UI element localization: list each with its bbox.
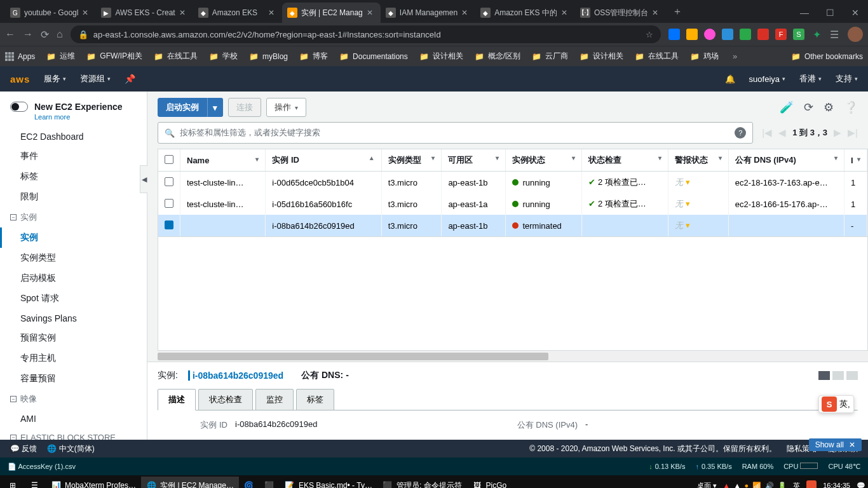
star-icon[interactable]: ☆ [646,30,653,39]
new-experience-toggle[interactable]: New EC2 Experience [0,99,147,113]
region-menu[interactable]: 香港▾ [799,73,822,85]
column-header[interactable]: 实例 ID▲ [266,149,381,172]
reading-list-icon[interactable]: ☰ [829,29,840,40]
sidebar-item[interactable]: EC2 Dashboard [0,127,147,146]
sidebar-item[interactable]: 专用主机 [0,348,147,369]
sidebar-item[interactable]: 预留实例 [0,328,147,348]
language-selector[interactable]: 🌐 中文(简体) [47,444,94,454]
bookmark-folder[interactable]: 📁鸡场 [690,51,719,62]
taskbar-item[interactable]: 📝EKS Basic.md• - Ty… [280,477,377,488]
ext-icon[interactable]: S [793,29,804,40]
feedback-link[interactable]: 💬 反馈 [10,444,37,454]
bookmarks-overflow[interactable]: » [733,51,737,61]
horizontal-scrollbar[interactable] [158,350,868,362]
taskbar-item[interactable]: 🌐实例 | EC2 Manage… [141,477,239,488]
account-menu[interactable]: suofeiya▾ [749,74,785,84]
bookmark-folder[interactable]: 📁myBlog [249,51,288,62]
sidebar-item[interactable]: Spot 请求 [0,288,147,309]
bookmark-folder[interactable]: 📁运维 [46,51,75,62]
ext-icon[interactable] [686,29,698,40]
bookmark-folder[interactable]: 📁在线工具 [635,51,679,62]
taskbar-item[interactable]: 🌀 [239,477,259,488]
task-view[interactable]: ☰ [24,477,44,488]
details-tab[interactable]: 状态检查 [198,389,253,410]
ext-icon[interactable]: ✦ [811,29,822,40]
sidebar-item[interactable]: 事件 [0,146,147,166]
taskbar-item[interactable]: ⬛ [259,477,280,488]
ext-icon[interactable] [740,29,751,40]
address-bar[interactable]: 🔒 ap-east-1.console.aws.amazon.com/ec2/v… [71,25,661,43]
bookmark-folder[interactable]: 📁Documentations [339,51,408,62]
close-icon[interactable]: ✕ [461,8,470,17]
column-header[interactable]: I▾ [844,149,867,172]
details-tab[interactable]: 标签 [296,389,334,410]
learn-more-link[interactable]: Learn more [0,113,147,121]
close-icon[interactable]: ✕ [561,8,570,17]
pager-first[interactable]: |◀ [762,127,772,139]
close-icon[interactable]: ✕ [179,8,188,17]
ext-icon[interactable] [704,29,715,40]
new-tab-button[interactable]: ＋ [666,5,689,18]
downloads-show-all[interactable]: Show all✕ [809,438,862,451]
other-bookmarks[interactable]: 📁Other bookmarks [791,52,863,61]
sidebar-item[interactable]: 容量预留 [0,369,147,389]
window-close[interactable]: ✕ [843,3,868,23]
browser-tab[interactable]: ◆IAM Managemen✕ [381,3,475,23]
bookmark-folder[interactable]: 📁概念/区别 [475,51,520,62]
profile-avatar[interactable] [848,27,863,42]
browser-tab[interactable]: ◆Amazon EKS✕ [193,3,282,23]
close-icon[interactable]: ✕ [268,8,277,17]
close-icon[interactable]: ✕ [82,8,91,17]
notification-center[interactable]: 💬 [857,482,865,489]
column-header[interactable]: 公有 DNS (IPv4)▾ [728,149,844,172]
table-row[interactable]: test-cluste-lin…i-05d16b16a560b16fct3.mi… [158,193,867,215]
launch-instance-dropdown[interactable]: ▾ [207,98,223,117]
bookmark-folder[interactable]: 📁博客 [299,51,328,62]
bookmark-folder[interactable]: 📁在线工具 [154,51,198,62]
ext-icon[interactable] [668,29,680,40]
actions-menu[interactable]: 操作▾ [266,98,306,117]
browser-tab[interactable]: 【·】OSS管理控制台✕ [575,3,666,23]
toggle-icon[interactable] [10,102,28,112]
filter-help-icon[interactable]: ? [735,127,746,139]
bookmark-folder[interactable]: 📁云厂商 [532,51,568,62]
sidebar-group-instances[interactable]: −实例 [0,207,147,227]
column-header[interactable]: 警报状态▾ [668,149,728,172]
settings-icon[interactable]: ⚙ [824,100,834,114]
tray-icons[interactable]: ▲▲●📶🔊🔋 [723,482,787,489]
taskbar-item[interactable]: ⬛管理员: 命令提示符 [377,477,467,488]
nav-reload-icon[interactable]: ⟳ [41,29,49,41]
support-menu[interactable]: 支持▾ [836,73,858,85]
desktop-switcher[interactable]: 桌面 ▾ [697,481,717,489]
services-menu[interactable]: 服务▾ [44,73,66,85]
sidebar-item[interactable]: 启动模板 [0,268,147,288]
pager-last[interactable]: ▶| [848,127,858,139]
bookmark-folder[interactable]: 📁设计相关 [419,51,463,62]
sidebar-item[interactable]: AMI [0,409,147,428]
pager-next[interactable]: ▶ [834,127,841,139]
table-row[interactable]: i-08ba614b26c0919edt3.microap-east-1b te… [158,215,867,236]
ime-indicator[interactable]: 英 [793,481,800,489]
ext-icon[interactable] [722,29,733,40]
column-header[interactable]: 实例状态▾ [506,149,582,172]
notifications-icon[interactable]: 🔔 [725,74,735,84]
sidebar-group-ebs[interactable]: −ELASTIC BLOCK STORE [0,428,147,440]
browser-tab[interactable]: Gyoutube - Googl✕ [5,3,96,23]
clock[interactable]: 16:34:35 [823,482,850,488]
sidebar-item[interactable]: 实例类型 [0,248,147,268]
row-checkbox[interactable] [165,177,173,186]
aws-logo[interactable]: aws [10,74,30,85]
sogou-icon[interactable] [806,480,817,488]
filter-input[interactable]: 🔍 按标签和属性筛选，或者按关键字搜索 ? [158,122,753,144]
table-row[interactable]: test-cluste-lin…i-00d65dce0cb5b1b04t3.mi… [158,172,867,194]
refresh-icon[interactable]: ⟳ [804,100,813,114]
bookmark-folder[interactable]: 📁设计相关 [580,51,623,62]
resource-groups-menu[interactable]: 资源组▾ [80,73,111,85]
ime-floating-badge[interactable]: S英 , [818,395,854,413]
start-button[interactable]: ⊞ [3,477,23,488]
sidebar-item[interactable]: 实例 [0,227,147,248]
sidebar-group-images[interactable]: −映像 [0,389,147,409]
row-checkbox[interactable] [165,199,173,208]
row-checkbox[interactable] [165,220,173,229]
column-header[interactable]: 可用区▾ [442,149,506,172]
